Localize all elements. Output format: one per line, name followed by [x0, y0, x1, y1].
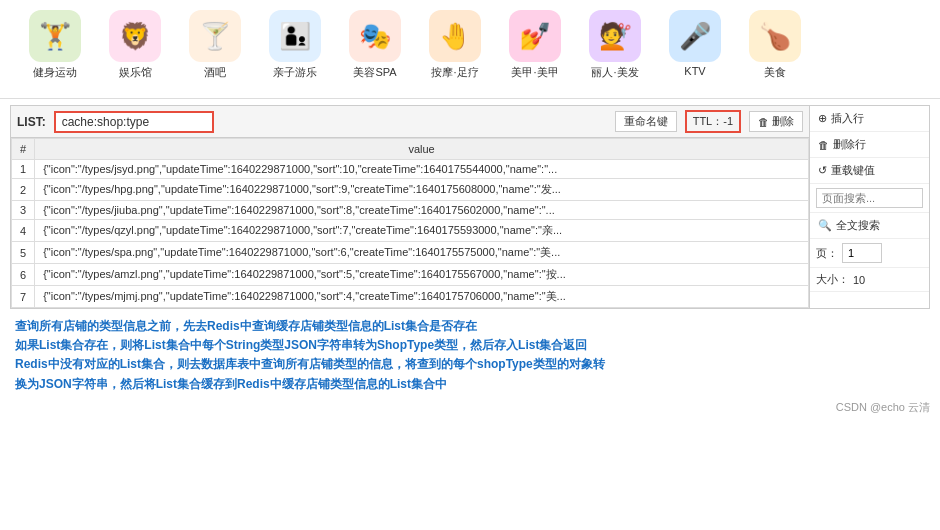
- cell-num: 5: [12, 242, 35, 264]
- credit: CSDN @echo 云清: [0, 398, 940, 417]
- cell-value: {"icon":"/types/mjmj.png","updateTime":1…: [35, 286, 809, 308]
- table-row[interactable]: 5 {"icon":"/types/spa.png","updateTime":…: [12, 242, 809, 264]
- page-label: 页：: [816, 246, 838, 261]
- list-header: LIST: 重命名键 TTL：-1 🗑 删除: [11, 106, 809, 138]
- list-key-input[interactable]: [54, 111, 214, 133]
- cell-num: 3: [12, 201, 35, 220]
- icon-item-row1-0: 🏋️ 健身运动: [15, 10, 95, 80]
- icon-row-1: 🏋️ 健身运动 🦁 娱乐馆 🍸 酒吧 👨‍👦 亲子游乐 🎭 美容SPA: [15, 10, 415, 88]
- icon-label: 健身运动: [33, 65, 77, 80]
- icon-grid: 🏋️ 健身运动 🦁 娱乐馆 🍸 酒吧 👨‍👦 亲子游乐 🎭 美容SPA 🤚 按摩…: [0, 0, 940, 93]
- table-row[interactable]: 1 {"icon":"/types/jsyd.png","updateTime"…: [12, 160, 809, 179]
- app-container: 🏋️ 健身运动 🦁 娱乐馆 🍸 酒吧 👨‍👦 亲子游乐 🎭 美容SPA 🤚 按摩…: [0, 0, 940, 417]
- cell-value: {"icon":"/types/qzyl.png","updateTime":1…: [35, 220, 809, 242]
- icon-label: 美食: [764, 65, 786, 80]
- ttl-badge: TTL：-1: [685, 110, 741, 133]
- delete-row-button[interactable]: 🗑 删除行: [810, 132, 929, 158]
- list-main-panel: LIST: 重命名键 TTL：-1 🗑 删除 # value: [10, 105, 810, 309]
- page-input[interactable]: [842, 243, 882, 263]
- icon-emoji: 🎭: [349, 10, 401, 62]
- bottom-text: 查询所有店铺的类型信息之前，先去Redis中查询缓存店铺类型信息的List集合是…: [0, 309, 940, 398]
- col-num: #: [12, 139, 35, 160]
- table-row[interactable]: 3 {"icon":"/types/jiuba.png","updateTime…: [12, 201, 809, 220]
- icon-item-row1-2: 🍸 酒吧: [175, 10, 255, 80]
- icon-item-row1-1: 🦁 娱乐馆: [95, 10, 175, 80]
- icon-label: 亲子游乐: [273, 65, 317, 80]
- table-row[interactable]: 7 {"icon":"/types/mjmj.png","updateTime"…: [12, 286, 809, 308]
- rename-button[interactable]: 重命名键: [615, 111, 677, 132]
- cell-num: 4: [12, 220, 35, 242]
- icon-label: 丽人·美发: [591, 65, 638, 80]
- icon-label: 按摩·足疗: [431, 65, 478, 80]
- icon-item-row2-2: 💇 丽人·美发: [575, 10, 655, 80]
- page-field: 页：: [810, 239, 929, 268]
- cell-value: {"icon":"/types/amzl.png","updateTime":1…: [35, 264, 809, 286]
- icon-emoji: 🍗: [749, 10, 801, 62]
- delete-button[interactable]: 🗑 删除: [749, 111, 803, 132]
- cell-value: {"icon":"/types/jiuba.png","updateTime":…: [35, 201, 809, 220]
- size-field: 大小： 10: [810, 268, 929, 292]
- cell-num: 6: [12, 264, 35, 286]
- icon-item-row2-1: 💅 美甲·美甲: [495, 10, 575, 80]
- sidebar-panel: ⊕ 插入行 🗑 删除行 ↺ 重载键值 🔍 全文搜索 页：: [810, 105, 930, 309]
- table-row[interactable]: 2 {"icon":"/types/hpg.png","updateTime":…: [12, 179, 809, 201]
- icon-label: 娱乐馆: [119, 65, 152, 80]
- full-search-label: 全文搜索: [836, 218, 880, 233]
- icon-item-row2-0: 🤚 按摩·足疗: [415, 10, 495, 80]
- table-header-row: # value: [12, 139, 809, 160]
- table-wrapper: # value 1 {"icon":"/types/jsyd.png","upd…: [11, 138, 809, 308]
- insert-row-button[interactable]: ⊕ 插入行: [810, 106, 929, 132]
- icon-label: 美甲·美甲: [511, 65, 558, 80]
- icon-emoji: 🤚: [429, 10, 481, 62]
- table-row[interactable]: 4 {"icon":"/types/qzyl.png","updateTime"…: [12, 220, 809, 242]
- bottom-line-3: 换为JSON字符串，然后将List集合缓存到Redis中缓存店铺类型信息的Lis…: [15, 375, 925, 394]
- size-label: 大小：: [816, 272, 849, 287]
- delete-row-label: 删除行: [833, 137, 866, 152]
- page-search-input[interactable]: [816, 188, 923, 208]
- insert-row-label: 插入行: [831, 111, 864, 126]
- cell-num: 2: [12, 179, 35, 201]
- icon-label: 酒吧: [204, 65, 226, 80]
- minus-icon: 🗑: [818, 139, 829, 151]
- reload-icon: ↺: [818, 164, 827, 177]
- icon-emoji: 🎤: [669, 10, 721, 62]
- icon-emoji: 👨‍👦: [269, 10, 321, 62]
- table-body: 1 {"icon":"/types/jsyd.png","updateTime"…: [12, 160, 809, 308]
- col-value: value: [35, 139, 809, 160]
- cell-num: 1: [12, 160, 35, 179]
- reload-value-button[interactable]: ↺ 重载键值: [810, 158, 929, 184]
- icon-row-2: 🤚 按摩·足疗 💅 美甲·美甲 💇 丽人·美发 🎤 KTV 🍗 美食: [415, 10, 815, 88]
- list-section: LIST: 重命名键 TTL：-1 🗑 删除 # value: [0, 105, 940, 309]
- icon-emoji: 🍸: [189, 10, 241, 62]
- icon-item-row2-3: 🎤 KTV: [655, 10, 735, 80]
- icon-emoji: 🏋️: [29, 10, 81, 62]
- icon-emoji: 💇: [589, 10, 641, 62]
- icon-label: KTV: [684, 65, 705, 77]
- table-row[interactable]: 6 {"icon":"/types/amzl.png","updateTime"…: [12, 264, 809, 286]
- list-table: # value 1 {"icon":"/types/jsyd.png","upd…: [11, 138, 809, 308]
- page-search-area: [810, 184, 929, 213]
- icon-item-row1-3: 👨‍👦 亲子游乐: [255, 10, 335, 80]
- full-search-button[interactable]: 🔍 全文搜索: [810, 213, 929, 239]
- cell-value: {"icon":"/types/hpg.png","updateTime":16…: [35, 179, 809, 201]
- bottom-line-1: 如果List集合存在，则将List集合中每个String类型JSON字符串转为S…: [15, 336, 925, 355]
- size-value: 10: [853, 274, 865, 286]
- list-label: LIST:: [17, 115, 46, 129]
- cell-num: 7: [12, 286, 35, 308]
- search-icon: 🔍: [818, 219, 832, 232]
- cell-value: {"icon":"/types/jsyd.png","updateTime":1…: [35, 160, 809, 179]
- icon-item-row1-4: 🎭 美容SPA: [335, 10, 415, 80]
- reload-label: 重载键值: [831, 163, 875, 178]
- icon-item-row2-4: 🍗 美食: [735, 10, 815, 80]
- delete-label: 删除: [772, 114, 794, 129]
- bottom-line-0: 查询所有店铺的类型信息之前，先去Redis中查询缓存店铺类型信息的List集合是…: [15, 317, 925, 336]
- icon-emoji: 🦁: [109, 10, 161, 62]
- cell-value: {"icon":"/types/spa.png","updateTime":16…: [35, 242, 809, 264]
- plus-icon: ⊕: [818, 112, 827, 125]
- icon-label: 美容SPA: [353, 65, 396, 80]
- bottom-line-2: Redis中没有对应的List集合，则去数据库表中查询所有店铺类型的信息，将查到…: [15, 355, 925, 374]
- trash-icon: 🗑: [758, 116, 769, 128]
- icon-emoji: 💅: [509, 10, 561, 62]
